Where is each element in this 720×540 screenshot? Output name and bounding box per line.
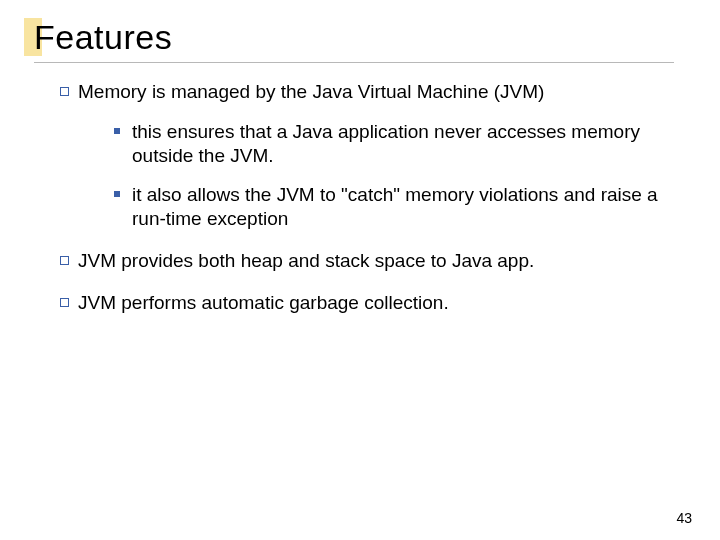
filled-square-icon [114, 128, 120, 134]
page-number: 43 [676, 510, 692, 526]
bullet-text: JVM performs automatic garbage collectio… [78, 292, 449, 313]
bullet-level1: JVM provides both heap and stack space t… [60, 249, 680, 273]
slide-content: Memory is managed by the Java Virtual Ma… [60, 80, 680, 332]
slide-title: Features [34, 18, 172, 57]
hollow-square-icon [60, 298, 69, 307]
bullet-level1: JVM performs automatic garbage collectio… [60, 291, 680, 315]
bullet-text: this ensures that a Java application nev… [132, 121, 640, 166]
bullet-level1: Memory is managed by the Java Virtual Ma… [60, 80, 680, 231]
title-underline [34, 62, 674, 63]
bullet-level2: it also allows the JVM to "catch" memory… [114, 183, 680, 231]
hollow-square-icon [60, 256, 69, 265]
bullet-text: Memory is managed by the Java Virtual Ma… [78, 81, 544, 102]
bullet-level2: this ensures that a Java application nev… [114, 120, 680, 168]
bullet-text: JVM provides both heap and stack space t… [78, 250, 534, 271]
filled-square-icon [114, 191, 120, 197]
hollow-square-icon [60, 87, 69, 96]
bullet-text: it also allows the JVM to "catch" memory… [132, 184, 658, 229]
